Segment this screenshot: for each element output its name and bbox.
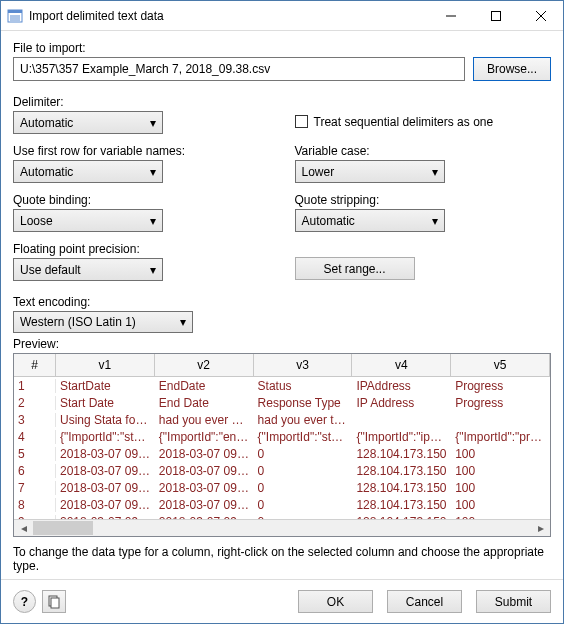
cell: 128.104.173.150 xyxy=(352,498,451,512)
first-row-label: Use first row for variable names: xyxy=(13,144,270,158)
cell: 2018-03-07 09:36... xyxy=(56,481,155,495)
cell: 4 xyxy=(14,430,56,444)
first-row-select[interactable]: Automatic▾ xyxy=(13,160,163,183)
cell: had you ever tak... xyxy=(254,413,353,427)
cell: Progress xyxy=(451,396,550,410)
chevron-down-icon: ▾ xyxy=(150,116,156,130)
variable-case-value: Lower xyxy=(302,165,335,179)
float-prec-value: Use default xyxy=(20,263,81,277)
scroll-right-icon[interactable]: ▸ xyxy=(532,521,549,536)
table-row[interactable]: 52018-03-07 09:31...2018-03-07 09:35...0… xyxy=(14,445,550,462)
quote-stripping-select[interactable]: Automatic▾ xyxy=(295,209,445,232)
delimiter-value: Automatic xyxy=(20,116,73,130)
cell: 2018-03-07 09:35... xyxy=(56,464,155,478)
quote-binding-select[interactable]: Loose▾ xyxy=(13,209,163,232)
cell: Start Date xyxy=(56,396,155,410)
quote-binding-value: Loose xyxy=(20,214,53,228)
table-row[interactable]: 2Start DateEnd DateResponse TypeIP Addre… xyxy=(14,394,550,411)
scroll-thumb[interactable] xyxy=(33,521,93,535)
cell: 128.104.173.150 xyxy=(352,464,451,478)
table-row[interactable]: 3Using Stata for a... had you ever wri..… xyxy=(14,411,550,428)
cell: had you ever wri... xyxy=(155,413,254,427)
chevron-down-icon: ▾ xyxy=(432,165,438,179)
cell: {"ImportId":"progr... xyxy=(451,430,550,444)
table-row[interactable]: 1StartDateEndDateStatusIPAddressProgress xyxy=(14,377,550,394)
chevron-down-icon: ▾ xyxy=(150,214,156,228)
col-header[interactable]: v1 xyxy=(56,354,155,376)
table-row[interactable]: 82018-03-07 09:37...2018-03-07 09:37...0… xyxy=(14,496,550,513)
treat-sequential-checkbox[interactable] xyxy=(295,115,308,128)
cell: 100 xyxy=(451,447,550,461)
copy-button[interactable] xyxy=(42,590,66,613)
preview-grid: # v1 v2 v3 v4 v5 1StartDateEndDateStatus… xyxy=(13,353,551,537)
cell: {"ImportId":"startD... xyxy=(56,430,155,444)
cell: {"ImportId":"status"} xyxy=(254,430,353,444)
cell: EndDate xyxy=(155,379,254,393)
file-input[interactable] xyxy=(13,57,465,81)
cell: End Date xyxy=(155,396,254,410)
grid-header: # v1 v2 v3 v4 v5 xyxy=(14,354,550,377)
cell: {"ImportId":"ipAdd... xyxy=(352,430,451,444)
col-header[interactable]: v4 xyxy=(352,354,451,376)
preview-label: Preview: xyxy=(13,337,551,351)
grid-body: 1StartDateEndDateStatusIPAddressProgress… xyxy=(14,377,550,519)
chevron-down-icon: ▾ xyxy=(180,315,186,329)
float-prec-select[interactable]: Use default▾ xyxy=(13,258,163,281)
cell: Response Type xyxy=(254,396,353,410)
cell: 2018-03-07 09:36... xyxy=(155,481,254,495)
chevron-down-icon: ▾ xyxy=(150,263,156,277)
cell: 2018-03-07 09:37... xyxy=(155,498,254,512)
scroll-left-icon[interactable]: ◂ xyxy=(15,521,32,536)
close-button[interactable] xyxy=(518,1,563,30)
table-row[interactable]: 4{"ImportId":"startD...{"ImportId":"endD… xyxy=(14,428,550,445)
cell: 128.104.173.150 xyxy=(352,481,451,495)
hint-text: To change the data type for a column, ri… xyxy=(13,545,551,573)
app-icon xyxy=(7,8,23,24)
quote-stripping-value: Automatic xyxy=(302,214,355,228)
table-row[interactable]: 72018-03-07 09:36...2018-03-07 09:36...0… xyxy=(14,479,550,496)
chevron-down-icon: ▾ xyxy=(150,165,156,179)
cell: IP Address xyxy=(352,396,451,410)
cell: 7 xyxy=(14,481,56,495)
delimiter-label: Delimiter: xyxy=(13,95,270,109)
col-header[interactable]: # xyxy=(14,354,56,376)
cell: 100 xyxy=(451,498,550,512)
help-button[interactable]: ? xyxy=(13,590,36,613)
cell: IPAddress xyxy=(352,379,451,393)
cell: 5 xyxy=(14,447,56,461)
float-prec-label: Floating point precision: xyxy=(13,242,270,256)
first-row-value: Automatic xyxy=(20,165,73,179)
col-header[interactable]: v2 xyxy=(155,354,254,376)
file-label: File to import: xyxy=(13,41,551,55)
set-range-button[interactable]: Set range... xyxy=(295,257,415,280)
cell: 3 xyxy=(14,413,56,427)
browse-button[interactable]: Browse... xyxy=(473,57,551,81)
cancel-button[interactable]: Cancel xyxy=(387,590,462,613)
col-header[interactable]: v3 xyxy=(254,354,353,376)
quote-binding-label: Quote binding: xyxy=(13,193,270,207)
quote-stripping-label: Quote stripping: xyxy=(295,193,552,207)
col-header[interactable]: v5 xyxy=(451,354,550,376)
table-row[interactable]: 62018-03-07 09:35...2018-03-07 09:36...0… xyxy=(14,462,550,479)
cell: 100 xyxy=(451,464,550,478)
variable-case-select[interactable]: Lower▾ xyxy=(295,160,445,183)
cell: 2018-03-07 09:37... xyxy=(56,498,155,512)
treat-sequential-label: Treat sequential delimiters as one xyxy=(314,115,494,129)
text-encoding-select[interactable]: Western (ISO Latin 1)▾ xyxy=(13,311,193,333)
delimiter-select[interactable]: Automatic▾ xyxy=(13,111,163,134)
horizontal-scrollbar[interactable]: ◂ ▸ xyxy=(14,519,550,536)
maximize-button[interactable] xyxy=(473,1,518,30)
svg-rect-6 xyxy=(491,11,500,20)
cell: 0 xyxy=(254,481,353,495)
cell: 2 xyxy=(14,396,56,410)
svg-rect-10 xyxy=(51,598,59,608)
cell: 6 xyxy=(14,464,56,478)
cell: 2018-03-07 09:31... xyxy=(56,447,155,461)
minimize-button[interactable] xyxy=(428,1,473,30)
cell: Using Stata for a... xyxy=(56,413,155,427)
cell: Status xyxy=(254,379,353,393)
text-encoding-label: Text encoding: xyxy=(13,295,551,309)
ok-button[interactable]: OK xyxy=(298,590,373,613)
cell: Progress xyxy=(451,379,550,393)
submit-button[interactable]: Submit xyxy=(476,590,551,613)
